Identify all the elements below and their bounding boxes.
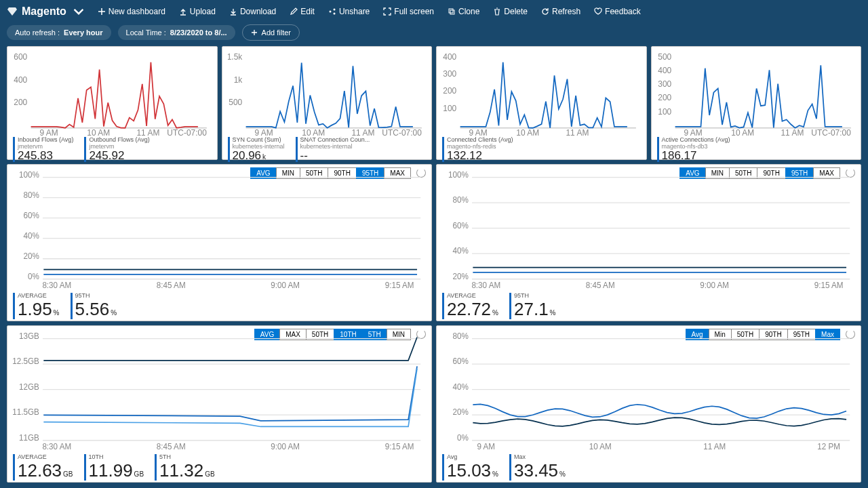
svg-text:11.5GB: 11.5GB (13, 407, 39, 416)
refresh-button[interactable]: Refresh (536, 4, 586, 19)
svg-text:500: 500 (658, 52, 671, 62)
metric: 10TH11.99GB (84, 454, 144, 480)
svg-text:10 AM: 10 AM (302, 128, 325, 136)
svg-text:13GB: 13GB (19, 331, 39, 340)
svg-rect-3 (449, 9, 453, 13)
svg-text:9 AM: 9 AM (477, 442, 496, 451)
svg-text:8:45 AM: 8:45 AM (157, 281, 186, 289)
feedback-button[interactable]: Feedback (589, 4, 646, 19)
svg-text:200: 200 (658, 93, 671, 102)
refresh-icon (541, 7, 549, 16)
svg-text:300: 300 (443, 69, 456, 79)
metric: Connected Clients (Avg)magento-nfs-redis… (442, 137, 513, 163)
fullscreen-button[interactable]: Full screen (378, 4, 439, 19)
download-icon (229, 7, 237, 16)
line-chart: 20%40%60%80%100%8:30 AM8:45 AM9:00 AM9:1… (442, 170, 855, 291)
svg-text:400: 400 (14, 75, 27, 84)
svg-text:8:30 AM: 8:30 AM (42, 281, 71, 289)
metric: AVERAGE22.72% (442, 293, 498, 319)
heart-icon (594, 7, 602, 16)
upload-button[interactable]: Upload (174, 4, 221, 19)
svg-text:0%: 0% (28, 272, 39, 281)
auto-refresh-pill[interactable]: Auto refresh : Every hour (7, 25, 111, 40)
upload-icon (179, 7, 187, 16)
wide-metric-tile[interactable]: Available Memory AVGMAX50TH10TH5THMIN Wo… (7, 325, 432, 483)
svg-text:20%: 20% (24, 251, 40, 260)
line-chart: 0%20%40%60%80%100%8:30 AM8:45 AM9:00 AM9… (13, 170, 426, 291)
svg-text:12GB: 12GB (19, 382, 39, 391)
svg-text:11 AM: 11 AM (703, 442, 726, 451)
svg-text:8:30 AM: 8:30 AM (42, 442, 71, 451)
line-chart: 1002003004005009 AM10 AM11 AM UTC-07:00 (657, 52, 856, 136)
svg-text:200: 200 (443, 86, 456, 96)
unshare-icon (328, 7, 336, 16)
clone-button[interactable]: Clone (442, 4, 485, 19)
chevron-down-icon (73, 6, 84, 17)
dashboard-icon (7, 6, 18, 17)
metric-tile[interactable]: Kubernetes - Load Balancer (Connections)… (222, 46, 433, 160)
svg-text:20%: 20% (453, 407, 469, 416)
svg-text:11 AM: 11 AM (566, 128, 589, 136)
dashboard-title[interactable]: Magento (7, 5, 84, 18)
new-dashboard-button[interactable]: New dashboard (92, 4, 171, 19)
svg-text:60%: 60% (24, 211, 40, 220)
filter-plus-icon (251, 29, 258, 36)
svg-point-0 (329, 11, 331, 13)
metric: AVERAGE1.95% (13, 293, 60, 319)
svg-text:9:00 AM: 9:00 AM (700, 281, 729, 289)
wide-metric-tile[interactable]: Logical Disk Space Used AVGMIN50TH90TH95… (436, 164, 861, 321)
line-chart: 2004006009 AM10 AM11 AM UTC-07:00 (13, 52, 212, 136)
svg-text:9:00 AM: 9:00 AM (271, 442, 300, 451)
svg-text:1.5k: 1.5k (228, 52, 243, 62)
svg-text:10 AM: 10 AM (87, 128, 110, 136)
line-chart: 11GB11.5GB12GB12.5GB13GB8:30 AM8:45 AM9:… (13, 331, 426, 453)
svg-text:60%: 60% (453, 221, 469, 230)
wide-metric-tile[interactable]: Node memory utilization AvgMin50TH90TH95… (436, 325, 861, 483)
unshare-button[interactable]: Unshare (323, 4, 375, 19)
metric: 5TH11.32GB (155, 454, 215, 480)
svg-text:400: 400 (658, 66, 671, 75)
svg-text:60%: 60% (453, 357, 469, 365)
svg-text:100: 100 (658, 106, 671, 116)
svg-text:9:15 AM: 9:15 AM (385, 442, 414, 451)
svg-text:11 AM: 11 AM (351, 128, 374, 136)
svg-text:8:45 AM: 8:45 AM (157, 442, 186, 451)
metric: AVERAGE12.63GB (13, 454, 73, 480)
svg-text:400: 400 (443, 52, 456, 62)
line-chart: 0%20%40%60%80%9 AM10 AM11 AM12 PM (442, 331, 855, 453)
metric: SNAT Connection Coun...kubernetes-intern… (296, 137, 370, 163)
svg-text:10 AM: 10 AM (589, 442, 612, 451)
pencil-icon (290, 7, 298, 16)
clone-icon (448, 7, 456, 16)
svg-text:100%: 100% (448, 170, 469, 179)
svg-text:9 AM: 9 AM (254, 128, 273, 136)
metric: Inbound Flows (Avg)jmetervm245.83 (13, 137, 73, 163)
time-range-pill[interactable]: Local Time : 8/23/2020 to 8/... (118, 25, 235, 40)
metric: 95TH5.56% (71, 293, 117, 319)
edit-button[interactable]: Edit (284, 4, 320, 19)
wide-metric-tile[interactable]: CPU Utilization AVGMIN50TH90TH95THMAX Wo… (7, 164, 432, 321)
metric-tile[interactable]: MySQL Database - Active Connections 1002… (651, 46, 862, 160)
metric-tile[interactable]: JMeter Test Client (Connections) 2004006… (7, 46, 218, 160)
delete-button[interactable]: Delete (488, 4, 533, 19)
line-chart: 5001k1.5k9 AM10 AM11 AM UTC-07:00 (228, 52, 427, 136)
svg-text:40%: 40% (24, 231, 40, 240)
metric: SYN Count (Sum)kubernetes-internal20.96k (228, 137, 285, 163)
download-button[interactable]: Download (224, 4, 281, 19)
metric-tile[interactable]: Redis Cache - Connected Clients 10020030… (436, 46, 647, 160)
svg-text:UTC-07:00: UTC-07:00 (811, 128, 851, 136)
svg-text:9 AM: 9 AM (684, 128, 702, 136)
svg-text:12 PM: 12 PM (817, 442, 840, 451)
add-filter-button[interactable]: Add filter (242, 24, 300, 41)
svg-text:300: 300 (658, 79, 671, 89)
svg-text:80%: 80% (453, 331, 469, 340)
trash-icon (493, 7, 501, 16)
svg-text:600: 600 (14, 52, 27, 62)
plus-icon (98, 7, 106, 16)
svg-text:8:30 AM: 8:30 AM (471, 281, 500, 289)
svg-point-2 (333, 13, 335, 15)
metric: Outbound Flows (Avg)jmetervm245.92 (84, 137, 149, 163)
svg-text:9:00 AM: 9:00 AM (271, 281, 300, 289)
svg-text:9 AM: 9 AM (40, 128, 58, 136)
metric: Active Connections (Avg)magento-nfs-db31… (657, 137, 730, 163)
